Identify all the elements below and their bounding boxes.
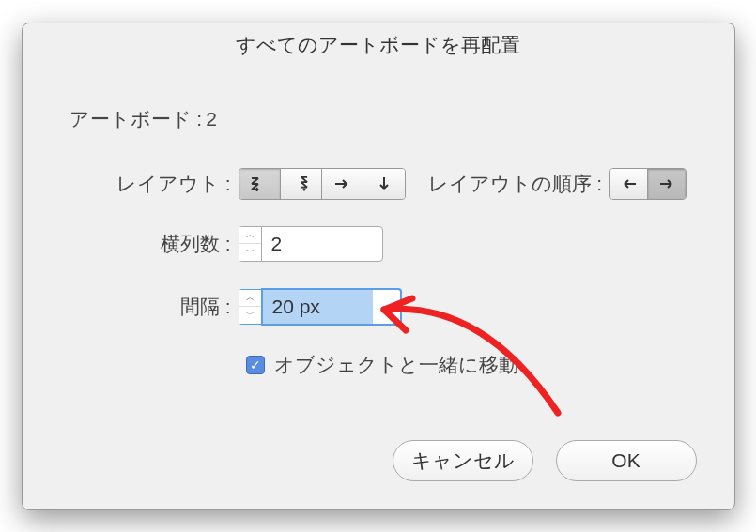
ok-button[interactable]: OK <box>556 440 697 481</box>
order-rtl-button[interactable] <box>648 169 686 199</box>
artboards-count: 2 <box>206 108 217 130</box>
columns-input[interactable] <box>261 226 383 262</box>
spacing-stepper: ︿ ﹀ <box>239 289 261 325</box>
spacing-input[interactable] <box>261 288 402 326</box>
move-objects-checkbox[interactable]: ✓ <box>246 356 265 374</box>
layout-grid-row-button[interactable] <box>239 169 281 199</box>
arrow-right-icon <box>658 178 675 190</box>
grid-n-icon <box>292 176 309 191</box>
layout-row-button[interactable] <box>322 169 363 199</box>
arrow-left-icon <box>621 178 638 190</box>
columns-stepper: ︿ ﹀ <box>239 226 261 262</box>
grid-z-icon <box>251 176 268 191</box>
layout-grid-col-button[interactable] <box>281 169 322 199</box>
layout-button-group <box>239 168 406 200</box>
columns-stepper-up[interactable]: ︿ <box>239 227 261 245</box>
cancel-button[interactable]: キャンセル <box>393 440 533 481</box>
dialog-title: すべてのアートボードを再配置 <box>23 23 734 68</box>
artboards-label: アートボード : <box>69 106 203 132</box>
arrow-down-icon <box>378 175 390 192</box>
spacing-stepper-up[interactable]: ︿ <box>239 290 261 308</box>
layout-order-label: レイアウトの順序 : <box>428 171 603 197</box>
dialog-footer: キャンセル OK <box>23 421 734 509</box>
columns-stepper-down[interactable]: ﹀ <box>239 244 261 261</box>
spacing-stepper-down[interactable]: ﹀ <box>239 307 261 324</box>
dialog-content: アートボード : 2 レイアウト : レイアウトの順序 : <box>23 68 734 421</box>
spacing-label: 間隔 : <box>69 294 239 320</box>
columns-label: 横列数 : <box>69 231 239 257</box>
arrow-right-icon <box>333 178 350 190</box>
rearrange-artboards-dialog: すべてのアートボードを再配置 アートボード : 2 レイアウト : <box>22 23 735 510</box>
order-button-group <box>609 168 687 200</box>
layout-col-button[interactable] <box>363 169 405 199</box>
move-objects-label: オブジェクトと一緒に移動 <box>274 352 518 378</box>
order-ltr-button[interactable] <box>610 169 648 199</box>
layout-label: レイアウト : <box>69 171 239 197</box>
